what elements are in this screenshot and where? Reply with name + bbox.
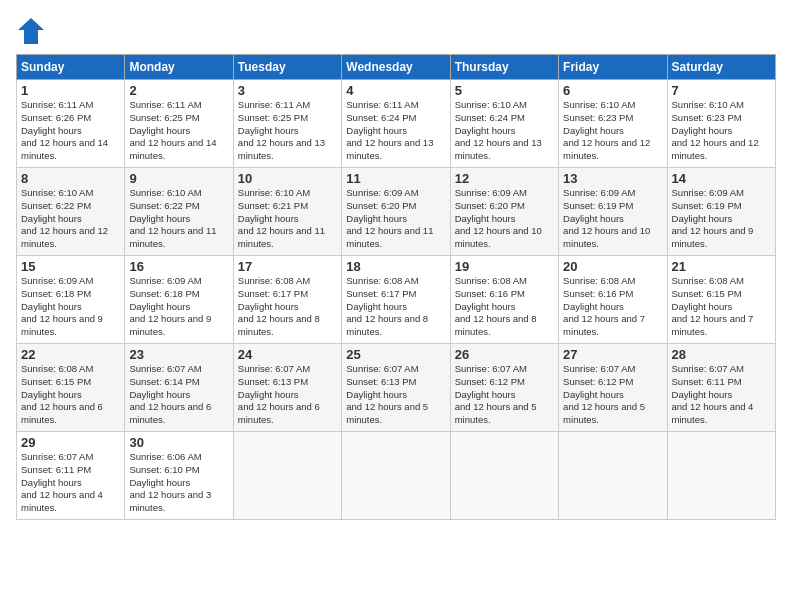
day-info: Sunrise: 6:07 AM Sunset: 6:13 PM Dayligh… xyxy=(238,363,337,427)
calendar-cell: 23 Sunrise: 6:07 AM Sunset: 6:14 PM Dayl… xyxy=(125,344,233,432)
calendar-cell: 3 Sunrise: 6:11 AM Sunset: 6:25 PM Dayli… xyxy=(233,80,341,168)
day-number: 10 xyxy=(238,171,337,186)
day-info: Sunrise: 6:11 AM Sunset: 6:25 PM Dayligh… xyxy=(238,99,337,163)
day-number: 22 xyxy=(21,347,120,362)
day-number: 17 xyxy=(238,259,337,274)
calendar-week-3: 15 Sunrise: 6:09 AM Sunset: 6:18 PM Dayl… xyxy=(17,256,776,344)
calendar-cell xyxy=(559,432,667,520)
calendar-cell: 16 Sunrise: 6:09 AM Sunset: 6:18 PM Dayl… xyxy=(125,256,233,344)
day-info: Sunrise: 6:10 AM Sunset: 6:23 PM Dayligh… xyxy=(672,99,771,163)
day-info: Sunrise: 6:08 AM Sunset: 6:16 PM Dayligh… xyxy=(563,275,662,339)
day-number: 18 xyxy=(346,259,445,274)
day-info: Sunrise: 6:06 AM Sunset: 6:10 PM Dayligh… xyxy=(129,451,228,515)
calendar-cell: 19 Sunrise: 6:08 AM Sunset: 6:16 PM Dayl… xyxy=(450,256,558,344)
calendar-header-sunday: Sunday xyxy=(17,55,125,80)
calendar-cell: 8 Sunrise: 6:10 AM Sunset: 6:22 PM Dayli… xyxy=(17,168,125,256)
day-number: 5 xyxy=(455,83,554,98)
day-info: Sunrise: 6:11 AM Sunset: 6:26 PM Dayligh… xyxy=(21,99,120,163)
calendar-week-2: 8 Sunrise: 6:10 AM Sunset: 6:22 PM Dayli… xyxy=(17,168,776,256)
day-info: Sunrise: 6:07 AM Sunset: 6:11 PM Dayligh… xyxy=(672,363,771,427)
day-info: Sunrise: 6:07 AM Sunset: 6:14 PM Dayligh… xyxy=(129,363,228,427)
day-number: 1 xyxy=(21,83,120,98)
day-number: 25 xyxy=(346,347,445,362)
day-info: Sunrise: 6:11 AM Sunset: 6:24 PM Dayligh… xyxy=(346,99,445,163)
day-number: 12 xyxy=(455,171,554,186)
calendar-cell: 18 Sunrise: 6:08 AM Sunset: 6:17 PM Dayl… xyxy=(342,256,450,344)
calendar-cell: 29 Sunrise: 6:07 AM Sunset: 6:11 PM Dayl… xyxy=(17,432,125,520)
day-number: 9 xyxy=(129,171,228,186)
calendar-table: SundayMondayTuesdayWednesdayThursdayFrid… xyxy=(16,54,776,520)
calendar-cell xyxy=(342,432,450,520)
day-info: Sunrise: 6:07 AM Sunset: 6:12 PM Dayligh… xyxy=(455,363,554,427)
day-number: 2 xyxy=(129,83,228,98)
calendar-cell: 20 Sunrise: 6:08 AM Sunset: 6:16 PM Dayl… xyxy=(559,256,667,344)
logo-icon xyxy=(16,16,46,46)
calendar-cell: 30 Sunrise: 6:06 AM Sunset: 6:10 PM Dayl… xyxy=(125,432,233,520)
day-number: 28 xyxy=(672,347,771,362)
page-header xyxy=(16,16,776,46)
calendar-cell xyxy=(233,432,341,520)
day-info: Sunrise: 6:11 AM Sunset: 6:25 PM Dayligh… xyxy=(129,99,228,163)
logo xyxy=(16,16,50,46)
day-info: Sunrise: 6:09 AM Sunset: 6:18 PM Dayligh… xyxy=(129,275,228,339)
day-number: 16 xyxy=(129,259,228,274)
calendar-cell: 1 Sunrise: 6:11 AM Sunset: 6:26 PM Dayli… xyxy=(17,80,125,168)
calendar-cell xyxy=(450,432,558,520)
day-number: 19 xyxy=(455,259,554,274)
day-info: Sunrise: 6:10 AM Sunset: 6:24 PM Dayligh… xyxy=(455,99,554,163)
svg-marker-0 xyxy=(18,18,44,44)
day-info: Sunrise: 6:09 AM Sunset: 6:20 PM Dayligh… xyxy=(455,187,554,251)
day-number: 13 xyxy=(563,171,662,186)
calendar-header-thursday: Thursday xyxy=(450,55,558,80)
day-info: Sunrise: 6:10 AM Sunset: 6:21 PM Dayligh… xyxy=(238,187,337,251)
day-number: 23 xyxy=(129,347,228,362)
calendar-cell: 14 Sunrise: 6:09 AM Sunset: 6:19 PM Dayl… xyxy=(667,168,775,256)
day-number: 3 xyxy=(238,83,337,98)
calendar-cell: 7 Sunrise: 6:10 AM Sunset: 6:23 PM Dayli… xyxy=(667,80,775,168)
day-number: 20 xyxy=(563,259,662,274)
calendar-cell: 10 Sunrise: 6:10 AM Sunset: 6:21 PM Dayl… xyxy=(233,168,341,256)
day-info: Sunrise: 6:08 AM Sunset: 6:17 PM Dayligh… xyxy=(238,275,337,339)
calendar-cell: 25 Sunrise: 6:07 AM Sunset: 6:13 PM Dayl… xyxy=(342,344,450,432)
day-number: 24 xyxy=(238,347,337,362)
calendar-cell: 15 Sunrise: 6:09 AM Sunset: 6:18 PM Dayl… xyxy=(17,256,125,344)
day-number: 29 xyxy=(21,435,120,450)
day-number: 21 xyxy=(672,259,771,274)
day-number: 6 xyxy=(563,83,662,98)
day-number: 11 xyxy=(346,171,445,186)
calendar-header-saturday: Saturday xyxy=(667,55,775,80)
day-info: Sunrise: 6:08 AM Sunset: 6:17 PM Dayligh… xyxy=(346,275,445,339)
calendar-cell: 11 Sunrise: 6:09 AM Sunset: 6:20 PM Dayl… xyxy=(342,168,450,256)
day-info: Sunrise: 6:07 AM Sunset: 6:13 PM Dayligh… xyxy=(346,363,445,427)
calendar-cell: 12 Sunrise: 6:09 AM Sunset: 6:20 PM Dayl… xyxy=(450,168,558,256)
calendar-cell: 24 Sunrise: 6:07 AM Sunset: 6:13 PM Dayl… xyxy=(233,344,341,432)
calendar-header-row: SundayMondayTuesdayWednesdayThursdayFrid… xyxy=(17,55,776,80)
calendar-cell: 2 Sunrise: 6:11 AM Sunset: 6:25 PM Dayli… xyxy=(125,80,233,168)
calendar-cell xyxy=(667,432,775,520)
calendar-header-wednesday: Wednesday xyxy=(342,55,450,80)
calendar-header-monday: Monday xyxy=(125,55,233,80)
calendar-cell: 6 Sunrise: 6:10 AM Sunset: 6:23 PM Dayli… xyxy=(559,80,667,168)
calendar-cell: 26 Sunrise: 6:07 AM Sunset: 6:12 PM Dayl… xyxy=(450,344,558,432)
day-number: 26 xyxy=(455,347,554,362)
day-info: Sunrise: 6:07 AM Sunset: 6:11 PM Dayligh… xyxy=(21,451,120,515)
day-info: Sunrise: 6:09 AM Sunset: 6:18 PM Dayligh… xyxy=(21,275,120,339)
day-info: Sunrise: 6:10 AM Sunset: 6:22 PM Dayligh… xyxy=(21,187,120,251)
day-info: Sunrise: 6:10 AM Sunset: 6:22 PM Dayligh… xyxy=(129,187,228,251)
day-info: Sunrise: 6:09 AM Sunset: 6:19 PM Dayligh… xyxy=(672,187,771,251)
calendar-header-tuesday: Tuesday xyxy=(233,55,341,80)
day-number: 14 xyxy=(672,171,771,186)
calendar-cell: 13 Sunrise: 6:09 AM Sunset: 6:19 PM Dayl… xyxy=(559,168,667,256)
calendar-cell: 28 Sunrise: 6:07 AM Sunset: 6:11 PM Dayl… xyxy=(667,344,775,432)
day-info: Sunrise: 6:07 AM Sunset: 6:12 PM Dayligh… xyxy=(563,363,662,427)
day-number: 15 xyxy=(21,259,120,274)
day-info: Sunrise: 6:10 AM Sunset: 6:23 PM Dayligh… xyxy=(563,99,662,163)
day-number: 7 xyxy=(672,83,771,98)
calendar-week-4: 22 Sunrise: 6:08 AM Sunset: 6:15 PM Dayl… xyxy=(17,344,776,432)
calendar-cell: 27 Sunrise: 6:07 AM Sunset: 6:12 PM Dayl… xyxy=(559,344,667,432)
calendar-cell: 21 Sunrise: 6:08 AM Sunset: 6:15 PM Dayl… xyxy=(667,256,775,344)
calendar-cell: 17 Sunrise: 6:08 AM Sunset: 6:17 PM Dayl… xyxy=(233,256,341,344)
calendar-header-friday: Friday xyxy=(559,55,667,80)
calendar-cell: 9 Sunrise: 6:10 AM Sunset: 6:22 PM Dayli… xyxy=(125,168,233,256)
calendar-cell: 4 Sunrise: 6:11 AM Sunset: 6:24 PM Dayli… xyxy=(342,80,450,168)
